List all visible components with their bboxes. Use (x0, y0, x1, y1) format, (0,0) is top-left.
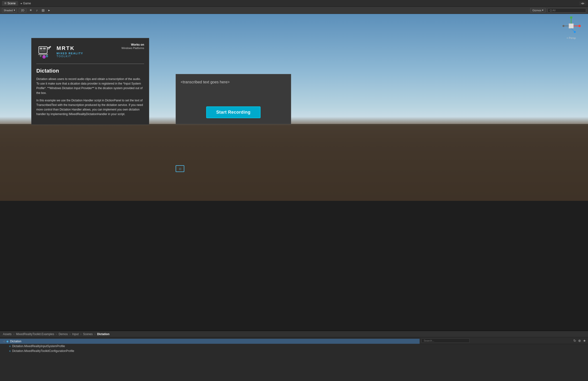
add-icon-button[interactable]: ⊕ (578, 339, 581, 343)
mode-2d-button[interactable]: 2D (19, 8, 26, 13)
mrtk-body-text: Dictation allows users to record audio c… (36, 77, 144, 117)
mrtk-title: MRTK (57, 45, 83, 51)
mrtk-logo-icon (36, 43, 53, 60)
breadcrumb-scenes[interactable]: Scenes (83, 332, 93, 336)
gizmo-persp-label: < Persp (567, 37, 576, 39)
scene-tab-label: Scene (7, 2, 16, 5)
bottom-panel: ↻ ⊕ ★ Assets > MixedRealityToolkit.Examp… (0, 331, 588, 381)
scene-tab-icon: ⊞ (4, 2, 6, 5)
audio-icon-button[interactable]: ♪ (35, 8, 39, 13)
tree-arrow-icon: ◁ (3, 340, 5, 343)
svg-rect-14 (43, 48, 46, 50)
tree-scene-icon: ◈ (6, 340, 9, 343)
shading-arrow-icon: ▾ (14, 9, 15, 12)
svg-rect-17 (38, 54, 48, 55)
svg-point-10 (574, 31, 576, 33)
mrtk-subtitle-line2: TOOLKIT (57, 55, 83, 58)
breadcrumb-sep3: > (69, 333, 71, 336)
svg-rect-1 (569, 23, 574, 28)
mrtk-header: MRTK MIXED REALITY TOOLKIT Works on Wind… (36, 43, 144, 60)
mrtk-para1: Dictation allows users to record audio c… (36, 77, 144, 95)
bottom-toolbar-icons: ↻ ⊕ ★ (573, 339, 586, 343)
extra-icon-button[interactable]: ▸ (47, 8, 51, 13)
panel-collapse-button[interactable]: ◀▶ (579, 1, 586, 5)
mrtk-feature-title: Dictation (36, 68, 144, 74)
works-on-label: Works on (122, 43, 144, 46)
grid-overlay (0, 129, 588, 201)
game-tab-icon: ● (21, 2, 22, 5)
tree-item-input-profile[interactable]: ≡ Dictation.MixedRealityInputSystemProfi… (0, 344, 588, 349)
mrtk-subtitle-line1: MIXED REALITY (57, 52, 83, 55)
tree-item-label: Dictation (10, 340, 21, 343)
svg-rect-15 (40, 50, 46, 51)
svg-rect-13 (40, 48, 42, 50)
svg-point-20 (42, 55, 46, 59)
svg-text:Y: Y (572, 16, 574, 18)
svg-point-21 (46, 55, 48, 57)
asset-search-input[interactable] (421, 339, 470, 343)
scene-toolbar: Shaded ▾ 2D ☀ ♪ ▤ ▸ Gizmos ▾ (0, 7, 588, 14)
scene-viewport: Y < Persp (0, 14, 588, 201)
scene-search-input[interactable] (547, 8, 586, 13)
mrtk-title-area: MRTK MIXED REALITY TOOLKIT (57, 45, 83, 58)
gizmos-label: Gizmos (532, 9, 541, 12)
platform-label: Windows Platforms (122, 47, 144, 50)
tree-item-label-3: Dictation.MixedRealityToolkitConfigurati… (12, 349, 74, 353)
breadcrumb-active: Dictation (97, 332, 109, 336)
mrtk-para2: In this example we use the Dictation Han… (36, 98, 144, 117)
shading-dropdown[interactable]: Shaded ▾ (2, 8, 17, 13)
game-tab-label: Game (23, 2, 31, 5)
tree-profile-icon-1: ≡ (9, 345, 11, 348)
gizmo-widget: Y < Persp (559, 16, 583, 45)
gizmos-dropdown[interactable]: Gizmos ▾ (530, 8, 546, 13)
favorite-icon-button[interactable]: ★ (583, 339, 586, 343)
breadcrumb-sep2: > (56, 333, 57, 336)
tree-item-label-2: Dictation.MixedRealityInputSystemProfile (12, 344, 65, 348)
tab-game[interactable]: ● Game (18, 1, 33, 6)
layers-icon-button[interactable]: ▤ (41, 8, 45, 13)
tab-scene[interactable]: ⊞ Scene (2, 1, 18, 6)
breadcrumb-assets[interactable]: Assets (3, 332, 12, 336)
breadcrumb-input[interactable]: Input (72, 332, 79, 336)
refresh-icon-button[interactable]: ↻ (573, 339, 576, 343)
svg-point-6 (578, 25, 581, 27)
tree-profile-icon-2: ≡ (9, 349, 11, 352)
floating-icon-symbol: ◫ (179, 168, 181, 170)
breadcrumb-demos[interactable]: Demos (59, 332, 68, 336)
breadcrumb-sep5: > (94, 333, 96, 336)
mrtk-info-panel: MRTK MIXED REALITY TOOLKIT Works on Wind… (31, 38, 149, 125)
transcribed-text: <transcribed text goes here> (181, 80, 286, 99)
start-recording-button[interactable]: Start Recording (206, 106, 261, 118)
shading-label: Shaded (4, 9, 13, 12)
mrtk-logo-area: MRTK MIXED REALITY TOOLKIT (36, 43, 83, 60)
mrtk-works-on: Works on Windows Platforms (122, 43, 144, 50)
transcription-panel: <transcribed text goes here> Start Recor… (176, 74, 291, 124)
svg-rect-18 (40, 55, 41, 57)
breadcrumb-sep1: > (13, 333, 14, 336)
svg-rect-0 (0, 129, 588, 201)
gizmos-arrow-icon: ▾ (542, 9, 544, 12)
floating-panel-icon[interactable]: ◫ (176, 165, 184, 172)
bottom-search-bar: ↻ ⊕ ★ (420, 337, 588, 344)
breadcrumb: Assets > MixedRealityToolkit.Examples > … (0, 331, 588, 337)
breadcrumb-toolkit-examples[interactable]: MixedRealityToolkit.Examples (16, 332, 54, 336)
svg-point-8 (563, 25, 565, 27)
sun-icon-button[interactable]: ☀ (28, 8, 33, 13)
gizmo-axes[interactable]: Y (562, 16, 581, 36)
breadcrumb-sep4: > (80, 333, 82, 336)
mrtk-divider (36, 64, 144, 64)
tree-item-config-profile[interactable]: ≡ Dictation.MixedRealityToolkitConfigura… (0, 349, 588, 353)
top-tabs-bar: ⊞ Scene ● Game ◀▶ (0, 0, 588, 7)
